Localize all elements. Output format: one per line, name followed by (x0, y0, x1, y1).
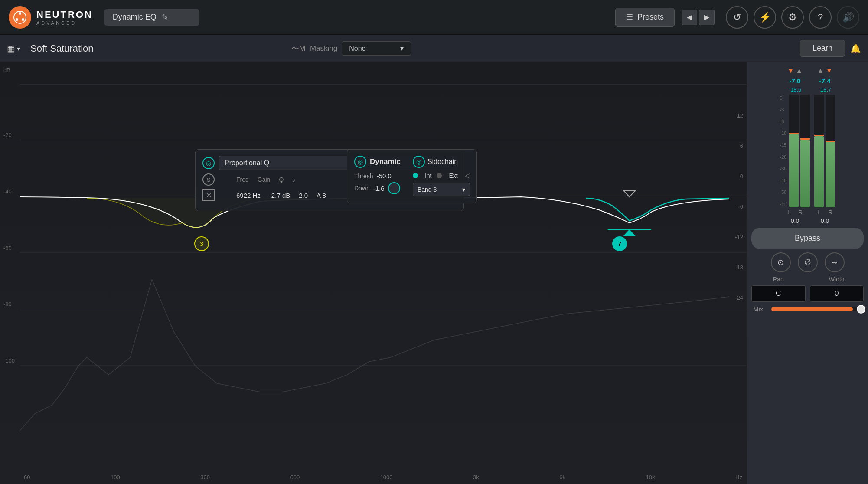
masking-value: None (349, 45, 365, 52)
db-label-neg60: -60 (3, 245, 12, 251)
meter-channel-2: ▲ ▼ -7.4 -18.7 L R (814, 67, 835, 224)
learn-button[interactable]: Learn (800, 40, 845, 57)
mix-slider-thumb[interactable] (857, 305, 865, 314)
popup-note-col-label: ♪ (292, 176, 295, 183)
gear-icon-btn[interactable]: ⚙ (781, 6, 804, 29)
stereo-icon-btn[interactable]: ↔ (825, 252, 845, 272)
db-axis-label: dB (3, 67, 10, 73)
db-right-neg24: -24 (735, 294, 743, 301)
band-3-node[interactable]: 3 (194, 236, 209, 251)
module-name: Soft Saturation (30, 43, 94, 54)
link-icon-btn[interactable]: ⊙ (771, 252, 791, 272)
hamburger-icon: ☰ (626, 13, 633, 22)
db-right-6: 6 (740, 143, 743, 149)
mix-label: Mix (753, 305, 766, 313)
scale-neg10: -10 (780, 131, 787, 136)
pan-value-box[interactable]: C (751, 285, 806, 302)
dyn-enable-btn[interactable]: ◎ (354, 156, 366, 168)
presets-button[interactable]: ☰ Presets (615, 8, 675, 27)
ext-label: Ext (449, 172, 457, 179)
scale-0: 0 (780, 95, 787, 101)
width-value: 0 (835, 289, 839, 298)
lightning-icon-btn[interactable]: ⚡ (754, 6, 776, 29)
bell-icon-button[interactable]: 🔔 (850, 43, 861, 54)
history-icon: ↺ (733, 12, 741, 23)
thresh-label: Thresh (354, 173, 373, 180)
popup-close-btn[interactable]: ✕ (202, 189, 215, 201)
bypass-label: Bypass (795, 234, 820, 242)
int-radio[interactable] (413, 173, 418, 178)
db-label-neg20: -20 (3, 132, 12, 138)
dyn-enable-icon: ◎ (358, 158, 363, 165)
db-label-neg40: -40 (3, 188, 12, 195)
popup-enable-btn[interactable]: ◎ (202, 157, 215, 169)
ch2-arrow-up: ▲ (817, 67, 824, 75)
popup-enable-icon: ◎ (206, 160, 211, 167)
speaker-icon-btn[interactable]: 🔊 (837, 6, 859, 29)
grid-icon-button[interactable]: ▦ ▾ (7, 43, 20, 54)
width-label: Width (829, 276, 845, 283)
eq-area[interactable]: dB -20 -40 -60 -80 -100 12 6 0 -6 -12 -1… (0, 62, 747, 484)
scale-neg30: -30 (780, 166, 787, 171)
popup-q-value: 2.0 (299, 192, 308, 199)
scale-neg6: -6 (780, 119, 787, 124)
mix-slider-track[interactable] (771, 307, 862, 311)
freq-10k: 10k (646, 474, 655, 481)
masking-select[interactable]: None ▾ (342, 41, 411, 56)
top-bar: NEUTRON ADVANCED Dynamic EQ ✎ ☰ Presets … (0, 0, 868, 35)
gear-icon: ⚙ (788, 12, 797, 23)
db-label-neg80: -80 (3, 301, 12, 307)
logo-area: NEUTRON ADVANCED (9, 6, 93, 29)
logo-text: NEUTRON ADVANCED (36, 9, 93, 26)
pencil-icon[interactable]: ✎ (162, 13, 168, 22)
popup-solo-icon: S (207, 177, 211, 183)
sidechain-route-icon[interactable]: ◁ (465, 171, 470, 180)
top-icons: ↺ ⚡ ⚙ ? 🔊 (726, 6, 859, 29)
popup-solo-btn[interactable]: S (202, 173, 215, 186)
freq-100: 100 (111, 474, 120, 481)
band-7-node[interactable]: 7 (612, 236, 627, 251)
freq-600: 600 (290, 474, 300, 481)
sidechain-enable-btn[interactable]: ◎ (413, 156, 425, 168)
db-right-neg6: -6 (738, 203, 743, 210)
neutron-logo (9, 6, 31, 29)
width-value-box[interactable]: 0 (810, 285, 864, 302)
question-icon: ? (818, 12, 823, 23)
ch1-arrow-down: ▼ (787, 67, 794, 75)
ch2-bottom-value: 0.0 (821, 217, 829, 224)
freq-60: 60 (24, 474, 30, 481)
direction-value[interactable]: -1.6 (373, 185, 385, 192)
phase-icon-btn[interactable]: ∅ (798, 252, 818, 272)
history-icon-btn[interactable]: ↺ (726, 6, 748, 29)
band-selector-chevron-icon: ▾ (462, 186, 465, 193)
preset-nav: ◀ ▶ (682, 10, 715, 25)
ch2-R-meter (826, 95, 835, 207)
freq-labels: 60 100 300 600 1000 3k 6k 10k Hz (20, 474, 747, 481)
pan-width-section: Pan C Width 0 (751, 276, 864, 302)
thresh-value[interactable]: -50.0 (377, 172, 392, 180)
band-selector-value: Band 3 (418, 186, 437, 193)
logo-advanced-text: ADVANCED (36, 20, 93, 26)
db-right-neg12: -12 (735, 234, 743, 240)
ch1-bottom-value: 0.0 (791, 217, 799, 224)
band-selector-dropdown[interactable]: Band 3 ▾ (413, 183, 470, 196)
popup-note-value: A 8 (317, 192, 326, 199)
preset-prev-button[interactable]: ◀ (682, 10, 697, 25)
popup-freq-col-label: Freq (236, 176, 249, 183)
preset-name-box[interactable]: Dynamic EQ ✎ (104, 9, 199, 26)
masking-icon: 〜M (291, 43, 306, 54)
lightning-icon: ⚡ (759, 12, 771, 23)
freq-3k: 3k (473, 474, 479, 481)
popup-freq-value: 6922 Hz (236, 192, 261, 199)
db-right-neg18: -18 (735, 264, 743, 271)
scale-neg3: -3 (780, 107, 787, 112)
chevron-down-icon: ▾ (17, 45, 20, 52)
db-right-12: 12 (737, 112, 743, 119)
freq-6k: 6k (559, 474, 565, 481)
direction-knob[interactable] (388, 182, 400, 194)
bypass-button[interactable]: Bypass (751, 228, 864, 249)
preset-next-button[interactable]: ▶ (699, 10, 715, 25)
ext-radio[interactable] (437, 173, 442, 178)
help-icon-btn[interactable]: ? (809, 6, 832, 29)
scale-neg15: -15 (780, 142, 787, 147)
